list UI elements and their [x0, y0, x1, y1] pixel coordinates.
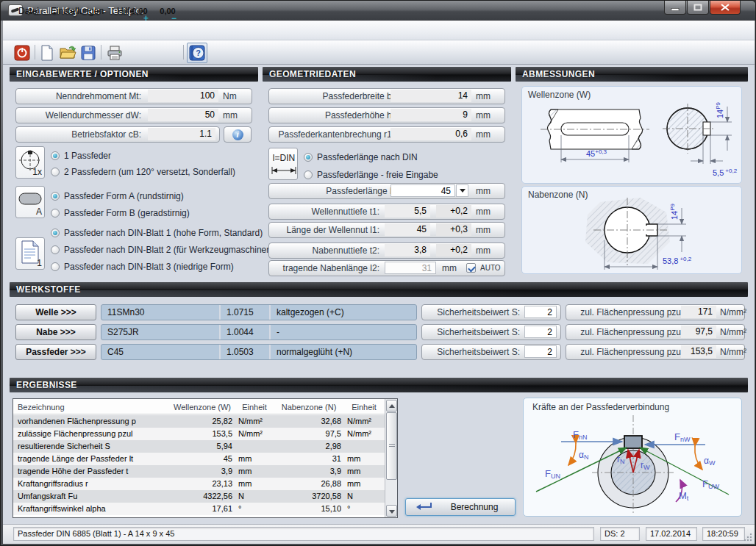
printer-icon	[107, 46, 123, 60]
radio-two-keys[interactable]: 2 Passfedern (um 120° versetzt, Sonderfa…	[51, 166, 235, 178]
material-treatment: normalgeglüht (+N)	[277, 347, 352, 357]
toolbar-separator	[183, 45, 184, 60]
nabe-button[interactable]: Nabe >>>	[15, 324, 96, 340]
new-file-button[interactable]	[38, 43, 57, 62]
dim-hub-bore-tol: +0,2	[680, 256, 691, 262]
unit-label: N/mm²	[720, 307, 746, 317]
save-button[interactable]	[79, 43, 98, 62]
maximize-button[interactable]	[687, 1, 709, 15]
resize-grip[interactable]	[743, 533, 752, 542]
key-length-combobox[interactable]: 45	[391, 184, 455, 197]
material-name: S275JR	[107, 327, 139, 337]
radio-din-blatt-1[interactable]: Passfeder nach DIN-Blatt 1 (hohe Form, S…	[51, 227, 263, 239]
table-row[interactable]: Kraftangriffsradius r 23,13 mm 26,88 mm	[13, 478, 385, 490]
berechnung-button[interactable]: Berechnung	[405, 498, 516, 516]
forces-diagram: FnN FnW FUN FUW αN αW rN rW Mt	[524, 411, 741, 515]
radio-form-a[interactable]: Passfeder Form A (rundstirnig)	[51, 190, 184, 202]
material-bar-nabe: S275JR 1.0044 -	[101, 324, 417, 340]
field-label: Sicherheitsbeiwert S:	[437, 327, 520, 337]
section-header-materials: WERKSTOFFE	[10, 282, 748, 297]
unit-label: mm	[442, 263, 457, 273]
t2-input[interactable]: 3,8	[385, 244, 430, 256]
exit-button[interactable]	[13, 43, 32, 62]
minimize-button[interactable]	[664, 1, 686, 15]
material-treatment: kaltgezogen (+C)	[277, 307, 344, 317]
radio-indicator	[51, 192, 60, 201]
scrollbar-thumb[interactable]	[386, 412, 397, 480]
passfeder-button[interactable]: Passfeder >>>	[15, 344, 96, 360]
scroll-up-button[interactable]	[386, 400, 397, 412]
unit-label: mm	[476, 245, 491, 256]
table-row[interactable]: tragende Länge der Passfeder lt 45 mm 31…	[13, 453, 385, 465]
table-row[interactable]: Kraftangriffswinkel alpha 17,61 ° 15,10 …	[13, 503, 385, 515]
svg-text:14P9: 14P9	[669, 203, 679, 220]
radio-length-free[interactable]: Passfederlänge - freie Eingabe	[304, 169, 438, 181]
info-button[interactable]: i	[224, 126, 252, 143]
key-count-iconbox: 1x	[15, 146, 45, 179]
vertical-scrollbar[interactable]	[385, 399, 397, 517]
decimal-increase-button[interactable]: 0,00 +	[127, 4, 152, 23]
radio-din-blatt-3[interactable]: Passfeder nach DIN-Blatt 3 (niedrige For…	[51, 261, 234, 273]
segment-divider	[219, 325, 221, 340]
dim-shaft-depth-tol: +0,2	[725, 168, 737, 174]
status-time: 18:20:59	[702, 527, 745, 541]
svg-text:45+0,3: 45+0,3	[586, 148, 607, 158]
torque-input[interactable]: 100	[148, 90, 218, 102]
safety-input-passfeder[interactable]: 2	[524, 345, 557, 358]
safety-input-welle[interactable]: 2	[524, 306, 557, 318]
table-row[interactable]: Umfangskraft Fu 4322,56 N 3720,58 N	[13, 490, 385, 503]
table-row[interactable]: resultierende Sicherheit S 5,94 2,98	[13, 440, 385, 453]
auto-checkbox[interactable]	[466, 263, 476, 273]
svg-text:5,5+0,2: 5,5+0,2	[713, 168, 738, 177]
service-factor-input[interactable]: 1.1	[148, 128, 215, 140]
safety-input-nabe[interactable]: 2	[524, 326, 557, 338]
svg-text:αW: αW	[704, 456, 716, 467]
radio-din-blatt-2[interactable]: Passfeder nach DIN-Blatt 2 (für Werkzeug…	[51, 244, 274, 256]
key-height-input[interactable]: 9	[391, 109, 471, 121]
radio-form-b[interactable]: Passfeder Form B (geradstirnig)	[51, 207, 190, 219]
new-document-icon	[40, 45, 54, 61]
unit-label: mm	[476, 91, 491, 101]
table-row[interactable]: tragende Höhe der Passfeder t 3,9 mm 3,9…	[13, 465, 385, 478]
field-label: tragende Nabenlänge l2:	[283, 263, 379, 273]
unit-label: Nm	[223, 91, 237, 101]
radio-one-key[interactable]: 1 Passfeder	[51, 150, 111, 162]
key-chamfer-input[interactable]: 0,6	[391, 128, 471, 140]
l1-tolerance: +0,3	[436, 223, 471, 236]
material-name: 11SMn30	[107, 307, 144, 317]
print-button[interactable]	[105, 43, 124, 62]
table-row[interactable]: vorhandenen Flächenpressung p 25,82 N/mm…	[13, 415, 385, 428]
toolbar-separator	[101, 45, 101, 60]
plus-icon: +	[143, 15, 149, 22]
results-table: Bezeichnung Wellenzone (W) Einheit Naben…	[13, 398, 398, 518]
auto-label: AUTO	[480, 264, 501, 272]
hub-zone-drawing: 14P9 53,8+0,2	[523, 196, 741, 273]
decimal-decrease-button[interactable]: 0,00 −	[155, 4, 180, 23]
label-alpha-w: α	[704, 456, 709, 466]
shaft-diameter-input[interactable]: 50	[148, 109, 218, 121]
radio-indicator	[304, 153, 313, 162]
field-label: Passfederbreite b:	[323, 91, 394, 101]
svg-text:53,8+0,2: 53,8+0,2	[663, 256, 692, 265]
power-icon	[14, 45, 30, 61]
radio-length-din[interactable]: Passfederlänge nach DIN	[304, 151, 418, 163]
welle-button[interactable]: Welle >>>	[15, 304, 96, 320]
close-button[interactable]	[710, 1, 741, 15]
unit-label: mm	[476, 110, 491, 121]
table-row[interactable]: zulässige Flächenpressung pzul 153,5 N/m…	[13, 428, 385, 440]
menubar	[3, 21, 755, 40]
material-name: C45	[107, 347, 124, 357]
open-file-button[interactable]	[58, 43, 77, 62]
field-label: zul. Flächenpressung pzul:	[580, 347, 685, 357]
menu-datei[interactable]: Datei	[14, 4, 43, 18]
material-number: 1.0715	[227, 307, 254, 317]
l1-input[interactable]: 45	[385, 223, 430, 236]
unit-label: mm	[476, 206, 491, 217]
combobox-dropdown-arrow[interactable]	[456, 184, 468, 197]
help-button[interactable]: ?	[187, 43, 207, 63]
key-width-input[interactable]: 14	[391, 90, 471, 102]
t1-input[interactable]: 5,5	[385, 205, 430, 218]
scroll-down-button[interactable]	[386, 505, 397, 517]
svg-text:FnW: FnW	[674, 431, 691, 443]
menu-einstellungen[interactable]: Einstellungen	[46, 4, 108, 18]
